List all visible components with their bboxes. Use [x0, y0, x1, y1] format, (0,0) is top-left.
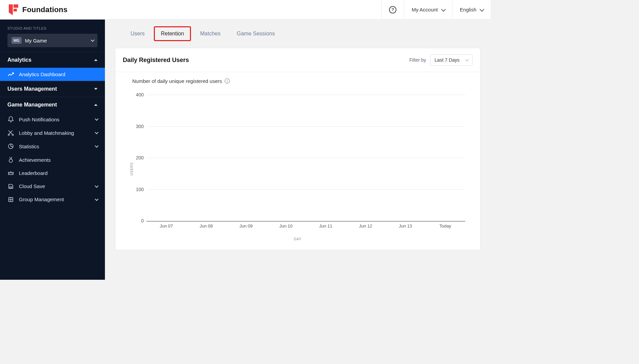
- svg-rect-8: [10, 187, 12, 188]
- sidebar-item-label: Group Management: [19, 196, 90, 202]
- section-label: Users Management: [7, 86, 57, 92]
- my-account-menu[interactable]: My Account: [404, 0, 452, 19]
- chart: USERS 0100200300400Jun 07Jun 08Jun 09Jun…: [126, 95, 470, 243]
- chevron-down-icon: [441, 7, 446, 11]
- chart-subtitle: Number of daily unique registered users: [132, 78, 222, 84]
- brand-name: Foundations: [22, 5, 67, 14]
- sidebar-item-lobby-matchmaking[interactable]: Lobby and Matchmaking: [0, 126, 105, 140]
- panel-header: Daily Registered Users Filter by Last 7 …: [115, 48, 480, 72]
- bell-icon: [7, 116, 14, 122]
- brand-logo: Foundations: [0, 4, 105, 15]
- chevron-down-icon: [479, 7, 484, 11]
- sidebar-item-analytics-dashboard[interactable]: Analytics Dashboard: [0, 68, 105, 81]
- sidebar-section-game-management[interactable]: Game Management: [0, 97, 105, 113]
- x-tick-label: Jun 07: [160, 223, 173, 229]
- y-tick-label: 400: [132, 92, 144, 97]
- y-tick-label: 0: [132, 218, 144, 223]
- caret-down-icon: [94, 88, 98, 90]
- crown-icon: [7, 171, 14, 176]
- language-menu[interactable]: English: [452, 0, 491, 19]
- chart-subtitle-row: Number of daily unique registered users …: [115, 72, 480, 85]
- info-icon[interactable]: i: [225, 79, 230, 84]
- y-tick-label: 200: [132, 155, 144, 160]
- help-icon: ?: [389, 6, 396, 13]
- svg-point-4: [8, 134, 9, 135]
- grid-line: [146, 221, 465, 221]
- svg-rect-0: [13, 4, 18, 8]
- tab-game-sessions[interactable]: Game Sessions: [230, 26, 282, 41]
- sidebar-item-label: Leaderboard: [19, 170, 98, 176]
- sidebar-section-users-management[interactable]: Users Management: [0, 81, 105, 97]
- medal-icon: [7, 157, 14, 163]
- svg-rect-1: [13, 9, 17, 11]
- tab-label: Matches: [200, 31, 220, 36]
- chevron-down-icon: [95, 117, 99, 121]
- main-content: Users Retention Matches Game Sessions Da…: [105, 20, 491, 280]
- filter-select[interactable]: Last 7 Days: [430, 54, 473, 66]
- x-tick-label: Jun 13: [399, 223, 412, 229]
- tab-users[interactable]: Users: [123, 26, 152, 41]
- x-tick-label: Jun 12: [359, 223, 372, 229]
- sidebar-item-label: Statistics: [19, 144, 90, 149]
- brand-logo-icon: [9, 4, 18, 15]
- caret-up-icon: [94, 59, 98, 61]
- help-button[interactable]: ?: [381, 0, 404, 19]
- y-axis-label: USERS: [130, 162, 134, 175]
- y-tick-label: 100: [132, 187, 144, 192]
- section-label: Game Management: [7, 102, 57, 108]
- sidebar: STUDIO AND TITLES MG My Game Analytics A…: [0, 20, 105, 280]
- chevron-down-icon: [95, 184, 99, 187]
- chevron-down-icon: [95, 197, 99, 201]
- group-icon: [7, 197, 14, 202]
- tab-label: Game Sessions: [237, 31, 275, 36]
- title-badge: MG: [11, 37, 22, 44]
- chevron-down-icon: [91, 38, 94, 42]
- svg-point-7: [9, 159, 12, 162]
- tab-label: Retention: [161, 31, 184, 36]
- studio-label: STUDIO AND TITLES: [0, 20, 105, 34]
- sidebar-item-label: Analytics Dashboard: [19, 71, 98, 77]
- sidebar-item-label: Lobby and Matchmaking: [19, 130, 90, 136]
- title-selector[interactable]: MG My Game: [7, 34, 98, 47]
- save-icon: [7, 184, 14, 189]
- top-header: Foundations ? My Account English: [0, 0, 491, 20]
- sidebar-item-push-notifications[interactable]: Push Notifications: [0, 113, 105, 126]
- section-label: Analytics: [7, 57, 31, 63]
- panel-title: Daily Registered Users: [123, 57, 189, 64]
- sidebar-section-analytics[interactable]: Analytics: [0, 52, 105, 68]
- filter-label: Filter by: [409, 57, 426, 63]
- filter-value: Last 7 Days: [435, 57, 460, 63]
- tab-label: Users: [131, 31, 145, 36]
- y-tick-label: 300: [132, 124, 144, 129]
- caret-up-icon: [94, 104, 98, 106]
- x-tick-label: Jun 11: [319, 223, 332, 229]
- tab-matches[interactable]: Matches: [193, 26, 227, 41]
- pie-chart-icon: [7, 143, 14, 149]
- x-tick-label: Jun 09: [240, 223, 253, 229]
- sidebar-item-label: Push Notifications: [19, 117, 90, 122]
- sidebar-item-leaderboard[interactable]: Leaderboard: [0, 166, 105, 180]
- sidebar-item-label: Cloud Save: [19, 183, 90, 189]
- tab-retention[interactable]: Retention: [154, 26, 191, 41]
- x-axis-label: DAY: [294, 237, 302, 241]
- x-tick-label: Jun 08: [200, 223, 213, 229]
- my-account-label: My Account: [412, 7, 438, 12]
- x-tick-label: Jun 10: [279, 223, 293, 229]
- trend-up-icon: [7, 72, 14, 77]
- swords-icon: [7, 130, 14, 136]
- sidebar-item-group-management[interactable]: Group Management: [0, 193, 105, 206]
- sidebar-item-cloud-save[interactable]: Cloud Save: [0, 180, 105, 193]
- x-tick-label: Today: [440, 223, 451, 229]
- title-selected: My Game: [25, 38, 87, 43]
- analytics-tabs: Users Retention Matches Game Sessions: [105, 20, 491, 47]
- chevron-down-icon: [95, 130, 99, 134]
- chart-panel: Daily Registered Users Filter by Last 7 …: [115, 48, 480, 250]
- language-label: English: [460, 7, 476, 12]
- sidebar-item-achievements[interactable]: Achievements: [0, 153, 105, 166]
- chevron-down-icon: [466, 58, 469, 61]
- sidebar-item-label: Achievements: [19, 157, 98, 163]
- chevron-down-icon: [95, 144, 99, 148]
- sidebar-item-statistics[interactable]: Statistics: [0, 140, 105, 153]
- svg-point-5: [12, 134, 13, 135]
